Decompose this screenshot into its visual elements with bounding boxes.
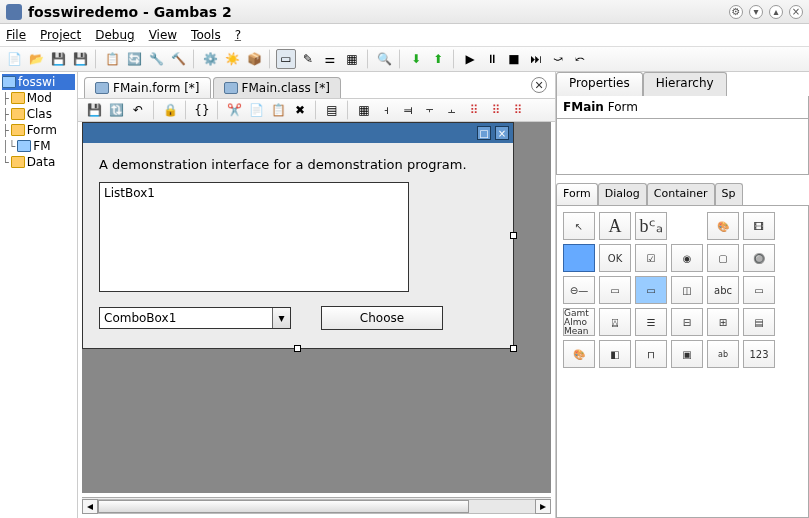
tab-fmain-form[interactable]: FMain.form [*] [84,77,211,98]
play-icon[interactable]: ▶ [460,49,480,69]
tab-hierarchy[interactable]: Hierarchy [643,72,727,96]
tb-columnview-icon[interactable]: ▤ [743,308,775,336]
save-icon[interactable]: 💾 [48,49,68,69]
maximize-icon[interactable]: ▴ [769,5,783,19]
menu-view[interactable]: View [149,28,177,42]
align-right-icon[interactable]: ⫤ [398,100,418,120]
stop-icon[interactable]: ■ [504,49,524,69]
undo-icon[interactable]: ↶ [128,100,148,120]
resize-handle-e[interactable] [510,232,517,239]
menu-project[interactable]: Project [40,28,81,42]
props-icon[interactable]: 📋 [102,49,122,69]
form-maximize-icon[interactable]: □ [477,126,491,140]
tb-frame-icon[interactable]: ▭ [635,276,667,304]
design-label[interactable]: A demonstration interface for a demonstr… [99,157,497,172]
tb-scrollview-icon[interactable]: ▣ [671,340,703,368]
cut-icon[interactable]: ✂️ [224,100,244,120]
chevron-down-icon[interactable]: ▾ [272,308,290,328]
tree-item-classes[interactable]: ├Clas [2,106,75,122]
tb-tabstrip-icon[interactable]: ⊓ [635,340,667,368]
grid-red2-icon[interactable]: ⠿ [486,100,506,120]
tree-item-fmain[interactable]: │└FM [2,138,75,154]
open-icon[interactable]: 📂 [26,49,46,69]
tb-listbox-icon[interactable]: Gamt Almo Mean [563,308,595,336]
tb-listview-icon[interactable]: ☰ [635,308,667,336]
grid-red3-icon[interactable]: ⠿ [508,100,528,120]
tab-close-icon[interactable]: ✕ [531,77,547,93]
save-form-icon[interactable]: 💾 [84,100,104,120]
tb-toolbtn-icon[interactable]: 🔘 [743,244,775,272]
design-form[interactable]: □ × A demonstration interface for a demo… [82,122,514,349]
tb-spinbox-icon[interactable]: ◧ [599,340,631,368]
gear-icon[interactable]: ⚙️ [200,49,220,69]
minimize-icon[interactable]: ▾ [749,5,763,19]
menu-debug[interactable]: Debug [95,28,134,42]
zoom-icon[interactable]: 🔍 [374,49,394,69]
controls-icon[interactable]: ⚌ [320,49,340,69]
scroll-left-icon[interactable]: ◂ [82,499,98,514]
scroll-right-icon[interactable]: ▸ [535,499,551,514]
stepout-icon[interactable]: ⤺ [570,49,590,69]
tb-checkbox-icon[interactable]: ☑ [635,244,667,272]
tb-toggle-icon[interactable]: ▢ [707,244,739,272]
tree-item-forms[interactable]: ├Form [2,122,75,138]
tb-panel-icon[interactable]: ◫ [671,276,703,304]
tree-root[interactable]: fosswi [2,74,75,90]
grid-red1-icon[interactable]: ⠿ [464,100,484,120]
paste-icon[interactable]: 📋 [268,100,288,120]
align-left-icon[interactable]: ⫞ [376,100,396,120]
tb-textbox-icon[interactable]: abc [707,276,739,304]
menu-tools[interactable]: Tools [191,28,221,42]
scroll-track[interactable] [98,499,535,514]
sun-icon[interactable]: ☀️ [222,49,242,69]
tb-lcdnumber-icon[interactable]: 123 [743,340,775,368]
saveall-icon[interactable]: 💾 [70,49,90,69]
tb-progress-icon[interactable]: ▭ [599,276,631,304]
tb-button-icon[interactable]: OK [599,244,631,272]
tb-radio-icon[interactable]: ◉ [671,244,703,272]
package-icon[interactable]: 📦 [244,49,264,69]
wrench-icon[interactable]: 🔧 [146,49,166,69]
toolbox-tab-form[interactable]: Form [556,183,598,205]
refresh-icon[interactable]: 🔄 [124,49,144,69]
tree-item-modules[interactable]: ├Mod [2,90,75,106]
align-top-icon[interactable]: ⫟ [420,100,440,120]
bug-icon[interactable]: ⚙ [729,5,743,19]
delete-icon[interactable]: ✖ [290,100,310,120]
close-icon[interactable]: × [789,5,803,19]
toolbox-tab-sp[interactable]: Sp [715,183,743,205]
menu-file[interactable]: File [6,28,26,42]
copy-icon[interactable]: 📄 [246,100,266,120]
hammer-icon[interactable]: 🔨 [168,49,188,69]
step-icon[interactable]: ⏭ [526,49,546,69]
tb-movie-icon[interactable]: 🎞 [743,212,775,240]
tb-drawing-icon[interactable]: 🎨 [707,212,739,240]
tb-slider-icon[interactable]: ⊖— [563,276,595,304]
pause-icon[interactable]: ⏸ [482,49,502,69]
toolbox-tab-dialog[interactable]: Dialog [598,183,647,205]
align-bottom-icon[interactable]: ⫠ [442,100,462,120]
toolbox-tab-container[interactable]: Container [647,183,715,205]
tb-iconview-icon[interactable]: ⊞ [707,308,739,336]
tb-colorbtn-icon[interactable]: 🎨 [563,340,595,368]
tab-properties[interactable]: Properties [556,72,643,96]
tb-label-icon[interactable]: A [599,212,631,240]
resize-handle-s[interactable] [294,345,301,352]
design-choose-button[interactable]: Choose [321,306,443,330]
menu-editor-icon[interactable]: ▤ [322,100,342,120]
code-icon[interactable]: {} [192,100,212,120]
form-canvas[interactable]: □ × A demonstration interface for a demo… [82,122,551,493]
resize-handle-se[interactable] [510,345,517,352]
lock-icon[interactable]: 🔒 [160,100,180,120]
edit-icon[interactable]: ✎ [298,49,318,69]
tb-pointer-icon[interactable]: ↖ [563,212,595,240]
tb-gridview-icon[interactable]: ab [707,340,739,368]
reload-icon[interactable]: 🔃 [106,100,126,120]
horizontal-scrollbar[interactable]: ◂ ▸ [82,497,551,514]
project-tree[interactable]: fosswi ├Mod ├Clas ├Form │└FM └Data [0,72,78,518]
menu-help[interactable]: ? [235,28,241,42]
design-combobox[interactable]: ComboBox1 ▾ [99,307,291,329]
design-listbox[interactable]: ListBox1 [99,182,409,292]
grid-icon[interactable]: ▦ [354,100,374,120]
palette-icon[interactable]: ▦ [342,49,362,69]
